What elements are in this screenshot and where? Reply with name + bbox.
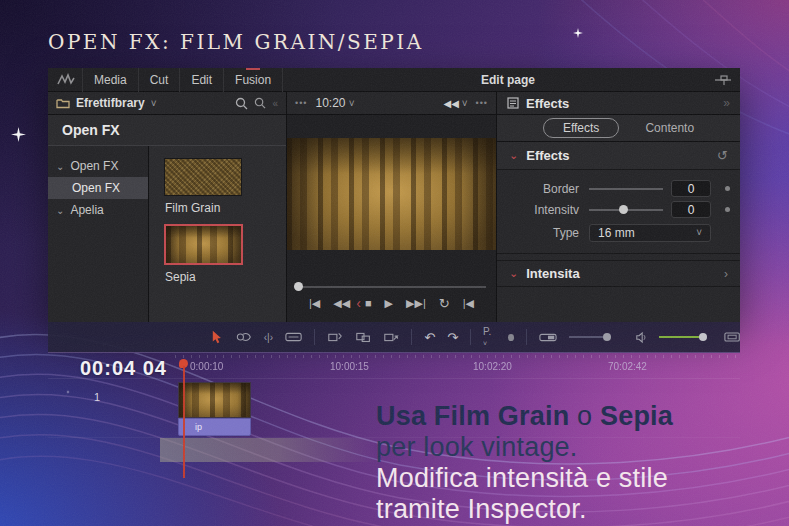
- viewer-bar: ••• 10:20 ˅ ◀◀ ˅ •••: [287, 92, 497, 114]
- keyframe-dot-icon[interactable]: [725, 186, 730, 191]
- library-name[interactable]: Efrettifbrary: [76, 96, 145, 110]
- intensity-control-row: Intensitv 0: [497, 199, 740, 220]
- expand-panel-icon[interactable]: »: [723, 96, 730, 110]
- chevron-down-icon: ⌄: [56, 161, 64, 172]
- menu-item-edit[interactable]: Edit: [180, 68, 224, 92]
- timeline-clip-label[interactable]: ip: [178, 418, 251, 436]
- playhead-line[interactable]: [183, 366, 185, 478]
- app-logo-icon: [56, 73, 76, 87]
- jump-back-icon[interactable]: ◀◀ ˅: [444, 98, 468, 109]
- volume-slider-handle[interactable]: [699, 333, 707, 341]
- playhead-mark-icon: ‹: [356, 296, 361, 310]
- effects-panel-header: Effects »: [497, 92, 740, 114]
- page-title: OPEN FX: FILM GRAIN/SEPIA: [48, 30, 424, 54]
- redo-button[interactable]: ↷: [447, 330, 458, 345]
- first-frame-button[interactable]: |◀: [309, 298, 320, 309]
- border-value-field[interactable]: 0: [671, 180, 711, 197]
- intensity-value-field[interactable]: 0: [671, 201, 711, 218]
- inspector-panel: Effects Contento ⌄ Effects ↺ Border 0 In…: [497, 115, 740, 322]
- trim-mode-icon[interactable]: [235, 330, 252, 344]
- app-window: Media Cut Edit Fusion Edit page Efrettif…: [48, 68, 740, 322]
- ruler-label: 10:02:20: [473, 361, 512, 372]
- collapse-panel-icon[interactable]: «: [272, 98, 278, 109]
- menu-item-media[interactable]: Media: [82, 68, 139, 92]
- timeline-view-toggle-icon[interactable]: [539, 332, 557, 343]
- tree-item-apelia[interactable]: ⌄ Apelia: [48, 199, 148, 221]
- browser-title: Open FX: [48, 115, 286, 146]
- keyframe-dot-icon[interactable]: [725, 207, 730, 212]
- search-icon[interactable]: [235, 97, 248, 110]
- last-frame-button[interactable]: |◀: [463, 298, 474, 309]
- reset-icon[interactable]: ↺: [717, 148, 728, 163]
- chevron-down-icon: ⌄: [509, 267, 518, 280]
- intensita-section-header[interactable]: ⌄ Intensita ›: [497, 260, 740, 287]
- effects-tree: ⌄ Open FX Open FX ⌄ Apelia: [48, 146, 149, 322]
- intensity-slider[interactable]: [589, 209, 663, 211]
- timeline-options-icon[interactable]: [714, 74, 732, 86]
- timeline-clip-thumbnail[interactable]: [178, 382, 251, 418]
- viewer-panel: |◀ ◀◀ ‹ ■ ▶ ▶▶| ↻ |◀: [287, 115, 497, 322]
- tab-contento[interactable]: Contento: [645, 121, 694, 135]
- library-bar: Efrettifbrary ˅ «: [48, 92, 287, 114]
- effects-panel-title: Effects: [526, 96, 569, 111]
- chevron-down-icon: ⌄: [56, 205, 64, 216]
- viewer-zoom-select[interactable]: 10:20 ˅: [315, 96, 354, 110]
- timeline-audio-clip[interactable]: [160, 438, 376, 462]
- active-page-marker: [246, 68, 260, 70]
- chevron-down-icon[interactable]: ˅: [151, 98, 157, 109]
- viewer-more-icon[interactable]: •••: [476, 98, 488, 108]
- chevron-down-icon: ˅: [696, 227, 702, 238]
- select-cursor-icon[interactable]: [211, 329, 223, 345]
- timecode-display: 00:04 04: [80, 357, 167, 380]
- tab-effects[interactable]: Effects: [543, 118, 619, 138]
- zoom-slider-handle[interactable]: [603, 333, 611, 341]
- ruler-label: 0:00:10: [190, 361, 223, 372]
- overwrite-clip-icon[interactable]: [355, 330, 371, 344]
- viewer-options-icon[interactable]: •••: [295, 98, 307, 108]
- insert-clip-icon[interactable]: [327, 330, 343, 344]
- timeline-ruler-ticks[interactable]: [175, 355, 738, 358]
- play-button[interactable]: ▶: [385, 298, 393, 309]
- menu-item-fusion[interactable]: Fusion: [224, 68, 283, 92]
- film-grain-label: Film Grain: [165, 201, 286, 215]
- viewer-image: [287, 138, 496, 250]
- track-number: 1: [94, 391, 100, 403]
- viewer-scrubber-handle[interactable]: [294, 282, 303, 291]
- pen-tool-icon[interactable]: P. ˅: [483, 326, 496, 348]
- speaker-icon[interactable]: [635, 331, 648, 344]
- replace-clip-icon[interactable]: [383, 330, 399, 344]
- type-dropdown[interactable]: 16 mm ˅: [589, 224, 711, 242]
- search-small-icon[interactable]: [254, 97, 266, 109]
- timeline-zoom-slider[interactable]: [569, 336, 609, 338]
- chevron-down-icon: ⌄: [509, 149, 518, 162]
- menu-bar: Media Cut Edit Fusion Edit page: [48, 68, 740, 92]
- dual-monitor-icon[interactable]: [724, 331, 740, 343]
- chevron-right-icon: ›: [724, 267, 728, 281]
- intensity-slider-handle[interactable]: [619, 205, 628, 214]
- blade-tool-icon[interactable]: ‹|›: [264, 332, 273, 343]
- ruler-label: 70:02:42: [608, 361, 647, 372]
- effects-section-header[interactable]: ⌄ Effects ↺: [497, 142, 740, 170]
- stop-button[interactable]: ■: [365, 298, 372, 309]
- sepia-thumbnail[interactable]: [164, 224, 243, 265]
- ruler-label: 10:00:15: [330, 361, 369, 372]
- border-slider[interactable]: [589, 188, 663, 190]
- sepia-label: Sepia: [165, 270, 286, 284]
- caption-text: Usa Film Grain o Sepia per look vintage.…: [376, 401, 673, 525]
- edit-toolbar: ‹|› ↶ ↷ P. ˅: [48, 322, 740, 353]
- undo-button[interactable]: ↶: [424, 330, 435, 345]
- keyboard-icon[interactable]: [285, 331, 302, 343]
- loop-button[interactable]: ↻: [439, 297, 450, 310]
- volume-slider[interactable]: [659, 336, 706, 338]
- menu-item-cut[interactable]: Cut: [139, 68, 181, 92]
- effects-thumbnails: Film Grain Sepia: [149, 146, 286, 322]
- tree-item-openfx-selected[interactable]: Open FX: [48, 177, 148, 199]
- fast-forward-button[interactable]: ▶▶|: [406, 298, 426, 309]
- marker-dot-icon[interactable]: [508, 334, 514, 341]
- secondary-toolbar: Efrettifbrary ˅ « ••• 10:20 ˅ ◀◀ ˅ •••: [48, 92, 740, 115]
- effects-list-icon: [507, 97, 519, 109]
- film-grain-thumbnail[interactable]: [164, 158, 242, 196]
- viewer-scrubber[interactable]: [297, 286, 486, 288]
- tree-item-openfx[interactable]: ⌄ Open FX: [48, 155, 148, 177]
- rewind-button[interactable]: ◀◀: [333, 298, 350, 309]
